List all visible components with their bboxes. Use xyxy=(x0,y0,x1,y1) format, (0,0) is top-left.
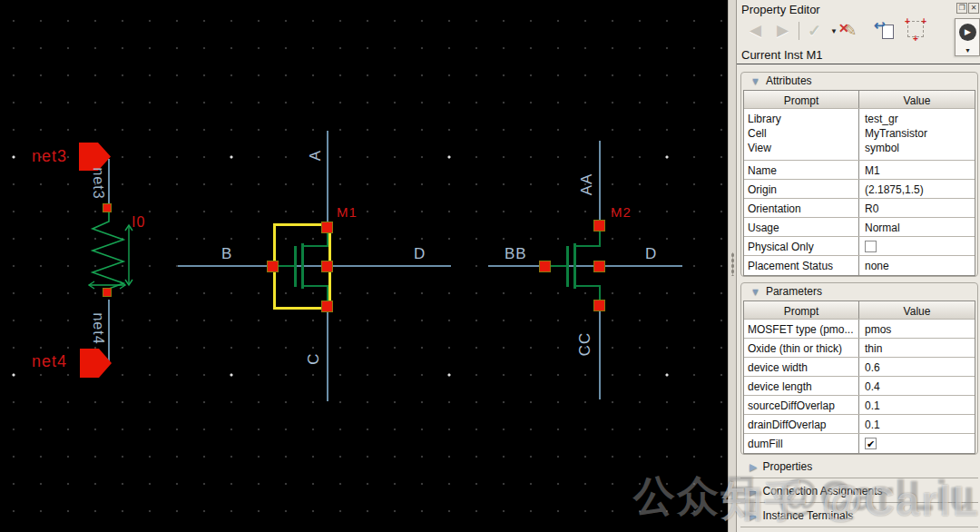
attributes-section: ▼Attributes Prompt Value Library Cell Vi… xyxy=(740,72,978,277)
table-row: Origin (2.1875,1.5) xyxy=(744,180,975,199)
m2-gate-pin[interactable] xyxy=(539,261,551,272)
column-header-value: Value xyxy=(859,301,975,319)
net3-wire-label: net3 xyxy=(90,167,106,199)
net3-flag[interactable] xyxy=(79,143,111,171)
dumfill-checkbox[interactable]: ✔ xyxy=(865,438,877,449)
apply-icon[interactable]: ✓ xyxy=(808,21,821,41)
splitter-grip[interactable] xyxy=(731,252,734,276)
resistor-bottom-pin[interactable] xyxy=(103,288,112,297)
wire-a[interactable] xyxy=(327,131,328,227)
edit-disabled-icon[interactable]: ✎ ✕ xyxy=(844,21,857,40)
m1-gate-pin[interactable] xyxy=(267,261,279,272)
table-row: Physical Only xyxy=(744,237,975,256)
table-row: Usage Normal xyxy=(744,218,975,237)
table-row: drainDiffOverlap 0.1 xyxy=(744,415,975,434)
close-icon[interactable]: ✕ xyxy=(968,3,979,14)
pin-label-d2: D xyxy=(645,245,657,263)
resistor-symbol[interactable] xyxy=(82,207,136,298)
wire-aa[interactable] xyxy=(599,141,601,225)
table-row: MOSFET type (pmo... pmos xyxy=(744,320,975,339)
pin-label-d1: D xyxy=(414,245,426,263)
table-row: device width 0.6 xyxy=(744,358,975,377)
paste-properties-icon[interactable]: ↩ xyxy=(876,21,894,39)
net4-wire-label: net4 xyxy=(90,312,106,344)
m1-source-pin[interactable] xyxy=(321,300,333,312)
instance-terminals-section[interactable]: ▶Instance Terminals xyxy=(740,507,978,527)
current-instance-label: Current Inst M1 xyxy=(741,48,823,62)
m2-source-pin[interactable] xyxy=(593,300,605,311)
pin-assistant-button[interactable]: ▶ ▼ xyxy=(955,18,980,56)
reselect-icon[interactable]: + + + xyxy=(907,21,924,37)
table-row: device length 0.4 xyxy=(744,377,975,396)
m2-instance-label: M2 xyxy=(611,204,632,220)
toolbar-separator xyxy=(799,22,799,40)
wire-bb-d[interactable] xyxy=(488,265,682,267)
pin-label-b: B xyxy=(221,245,232,263)
table-row: sourceDiffOverlap 0.1 xyxy=(744,396,975,415)
net4-label: net4 xyxy=(32,352,67,371)
pin-assistant-icon: ▶ xyxy=(959,24,976,41)
column-header-prompt: Prompt xyxy=(744,301,859,319)
pin-label-c: C xyxy=(305,352,323,364)
pin-label-aa: AA xyxy=(578,173,596,196)
panel-splitter[interactable] xyxy=(728,0,737,532)
divider xyxy=(737,64,980,64)
pe-toolbar: ◀ ▶ ✓ ▼ ✎ ✕ ↩ + + + xyxy=(737,18,953,45)
apply-dropdown-icon[interactable]: ▼ xyxy=(830,27,838,35)
chevron-right-icon: ▶ xyxy=(750,486,757,497)
chevron-down-icon: ▼ xyxy=(750,75,760,86)
table-row: Oxide (thin or thick) thin xyxy=(744,339,975,358)
wire-c[interactable] xyxy=(327,306,328,401)
schematic-canvas[interactable]: net3 net3 I0 net4 net4 A B C D M1 AA BB xyxy=(0,0,728,532)
chevron-down-icon: ▼ xyxy=(750,286,760,297)
resistor-top-pin[interactable] xyxy=(103,203,112,212)
table-row: Placement Status none xyxy=(744,256,975,275)
table-row: Orientation R0 xyxy=(744,199,975,218)
forward-icon[interactable]: ▶ xyxy=(777,21,789,40)
net4-wire[interactable] xyxy=(108,300,110,361)
m2-bulk-pin[interactable] xyxy=(593,261,605,272)
parameters-table: Prompt Value MOSFET type (pmo... pmos Ox… xyxy=(743,300,975,454)
column-header-prompt: Prompt xyxy=(744,91,859,108)
attributes-table: Prompt Value Library Cell View test_gr M… xyxy=(743,90,975,276)
m1-bulk-pin[interactable] xyxy=(321,261,333,272)
physical-only-checkbox[interactable] xyxy=(865,241,877,252)
parameters-expander[interactable]: ▼Parameters xyxy=(750,285,822,299)
panel-title: Property Editor xyxy=(741,3,820,16)
table-row: Library Cell View test_gr MyTransistor s… xyxy=(744,109,975,161)
chevron-right-icon: ▶ xyxy=(750,510,757,521)
property-editor-panel: Property Editor ❐ ✕ ◀ ▶ ✓ ▼ ✎ ✕ ↩ + + + … xyxy=(737,0,980,532)
edit-cross-icon: ✕ xyxy=(838,21,849,35)
connection-assignments-section[interactable]: ▶Connection Assignments xyxy=(740,483,978,503)
m1-drain-pin[interactable] xyxy=(321,222,333,233)
back-icon[interactable]: ◀ xyxy=(750,21,761,40)
parameters-section: ▼Parameters Prompt Value MOSFET type (pm… xyxy=(740,282,978,455)
pin-label-cc: CC xyxy=(576,332,594,357)
net3-label: net3 xyxy=(32,147,67,166)
attributes-expander[interactable]: ▼Attributes xyxy=(750,74,812,88)
properties-section[interactable]: ▶Properties xyxy=(740,458,978,478)
wire-cc[interactable] xyxy=(599,306,601,399)
m2-drain-pin[interactable] xyxy=(593,220,605,232)
table-row: dumFill ✔ xyxy=(744,434,975,453)
resistor-instance-label: I0 xyxy=(132,214,145,231)
pin-dropdown-icon: ▼ xyxy=(965,47,971,54)
net4-flag[interactable] xyxy=(80,349,112,378)
column-header-value: Value xyxy=(859,91,975,108)
m1-instance-label: M1 xyxy=(337,204,358,220)
pin-label-bb: BB xyxy=(505,245,527,263)
chevron-right-icon: ▶ xyxy=(750,461,757,472)
table-row: Name M1 xyxy=(744,161,975,180)
restore-icon[interactable]: ❐ xyxy=(956,3,967,14)
pin-label-a: A xyxy=(307,150,325,161)
